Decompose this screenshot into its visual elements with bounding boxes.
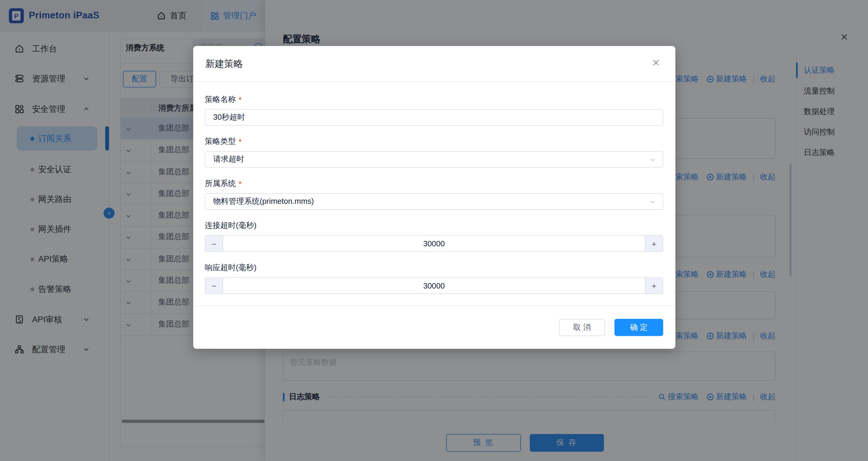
- chevron-down-icon: [649, 199, 656, 205]
- cancel-button[interactable]: 取 消: [559, 319, 605, 336]
- minus-icon[interactable]: −: [205, 277, 223, 294]
- owning-system-select[interactable]: 物料管理系统(primeton.mms): [205, 193, 663, 210]
- new-policy-modal: 新建策略 ✕ 策略名称 * 策略类型 * 请求超时: [193, 46, 675, 348]
- close-icon[interactable]: ✕: [650, 57, 662, 69]
- modal-header: 新建策略 ✕: [193, 46, 675, 82]
- connect-timeout-input[interactable]: [223, 235, 645, 252]
- field-connect-timeout: 连接超时(毫秒) − +: [205, 221, 663, 252]
- plus-icon[interactable]: +: [645, 277, 663, 294]
- modal-title: 新建策略: [205, 58, 243, 70]
- required-mark: *: [239, 95, 242, 104]
- owning-system-label: 所属系统: [205, 179, 236, 189]
- modal-body: 策略名称 * 策略类型 * 请求超时 所属系统: [193, 82, 675, 294]
- field-owning-system: 所属系统 * 物料管理系统(primeton.mms): [205, 179, 663, 210]
- field-policy-type: 策略类型 * 请求超时: [205, 137, 663, 167]
- policy-type-label: 策略类型: [205, 137, 236, 147]
- connect-timeout-stepper: − +: [205, 235, 663, 252]
- plus-icon[interactable]: +: [645, 235, 663, 252]
- field-response-timeout: 响应超时(毫秒) − +: [205, 264, 663, 294]
- modal-footer: 取 消 确 定: [193, 306, 675, 349]
- response-timeout-input[interactable]: [223, 277, 645, 294]
- chevron-down-icon: [649, 157, 656, 163]
- connect-timeout-label: 连接超时(毫秒): [205, 221, 256, 231]
- field-policy-name: 策略名称 *: [205, 95, 663, 126]
- required-mark: *: [239, 137, 242, 146]
- policy-name-input[interactable]: [205, 109, 663, 126]
- app: P Primeton iPaaS 首页 管理门户: [0, 0, 868, 461]
- response-timeout-stepper: − +: [205, 277, 663, 294]
- selected-value: 物料管理系统(primeton.mms): [213, 196, 314, 207]
- response-timeout-label: 响应超时(毫秒): [205, 263, 256, 273]
- ok-button[interactable]: 确 定: [615, 319, 663, 336]
- required-mark: *: [239, 179, 242, 188]
- policy-type-select[interactable]: 请求超时: [205, 151, 663, 167]
- minus-icon[interactable]: −: [205, 235, 223, 252]
- selected-value: 请求超时: [213, 154, 244, 164]
- policy-name-label: 策略名称: [205, 95, 236, 104]
